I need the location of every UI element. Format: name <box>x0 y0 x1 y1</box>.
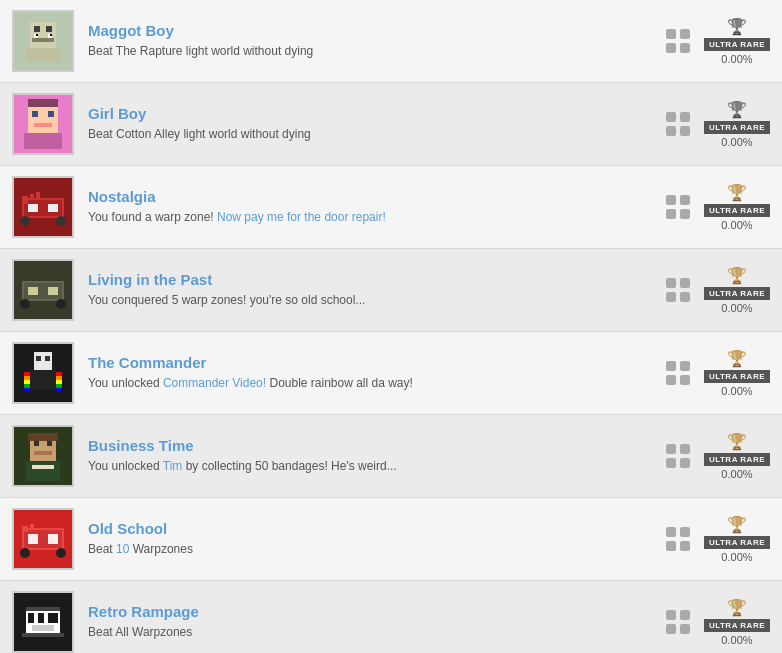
highlight-text: Commander Video! <box>163 376 266 390</box>
trophy-icon-maggot-boy: 🏆 <box>727 17 747 36</box>
dot <box>666 610 676 620</box>
achievement-right-maggot-boy: 🏆ULTRA RARE0.00% <box>666 17 770 65</box>
achievement-info-living-past: Living in the PastYou conquered 5 warp z… <box>88 271 666 309</box>
svg-rect-5 <box>26 48 60 62</box>
achievement-row-maggot-boy[interactable]: Maggot BoyBeat The Rapture light world w… <box>0 0 782 83</box>
achievement-title-nostalgia: Nostalgia <box>88 188 666 205</box>
dot <box>666 292 676 302</box>
rarity-percent-commander: 0.00% <box>721 385 752 397</box>
dots-grid-business-time <box>666 444 690 468</box>
achievement-row-girl-boy[interactable]: Girl BoyBeat Cotton Alley light world wi… <box>0 83 782 166</box>
rarity-percent-business-time: 0.00% <box>721 468 752 480</box>
achievement-icon-nostalgia <box>12 176 74 238</box>
svg-rect-25 <box>30 194 34 200</box>
achievement-row-nostalgia[interactable]: NostalgiaYou found a warp zone! Now pay … <box>0 166 782 249</box>
achievement-info-business-time: Business TimeYou unlocked Tim by collect… <box>88 437 666 475</box>
svg-rect-63 <box>56 548 66 558</box>
trophy-rarity-commander: 🏆ULTRA RARE0.00% <box>704 349 770 397</box>
achievement-desc-maggot-boy: Beat The Rapture light world without dyi… <box>88 43 666 60</box>
svg-rect-72 <box>32 625 54 631</box>
trophy-rarity-business-time: 🏆ULTRA RARE0.00% <box>704 432 770 480</box>
svg-rect-40 <box>24 376 30 380</box>
svg-rect-41 <box>24 380 30 384</box>
achievement-title-living-past: Living in the Past <box>88 271 666 288</box>
dots-grid-old-school <box>666 527 690 551</box>
trophy-rarity-maggot-boy: 🏆ULTRA RARE0.00% <box>704 17 770 65</box>
dot <box>680 29 690 39</box>
dot <box>680 610 690 620</box>
achievement-info-maggot-boy: Maggot BoyBeat The Rapture light world w… <box>88 22 666 60</box>
dot <box>680 444 690 454</box>
achievement-title-old-school: Old School <box>88 520 666 537</box>
dot <box>680 209 690 219</box>
trophy-icon-nostalgia: 🏆 <box>727 183 747 202</box>
svg-rect-53 <box>34 451 52 455</box>
svg-rect-69 <box>28 613 34 623</box>
svg-rect-56 <box>32 465 54 469</box>
highlight-text: Now pay me for the door repair! <box>217 210 386 224</box>
achievement-desc-nostalgia: You found a warp zone! Now pay me for th… <box>88 209 666 226</box>
achievement-right-retro-rampage: 🏆ULTRA RARE0.00% <box>666 598 770 646</box>
dot <box>666 209 676 219</box>
svg-rect-62 <box>20 548 30 558</box>
svg-rect-44 <box>56 372 62 376</box>
trophy-icon-business-time: 🏆 <box>727 432 747 451</box>
rarity-badge-living-past: ULTRA RARE <box>704 287 770 300</box>
achievement-row-living-past[interactable]: Living in the PastYou conquered 5 warp z… <box>0 249 782 332</box>
svg-rect-68 <box>26 607 60 611</box>
svg-rect-55 <box>26 461 60 481</box>
svg-rect-3 <box>46 26 52 32</box>
rarity-badge-business-time: ULTRA RARE <box>704 453 770 466</box>
dot <box>666 541 676 551</box>
dots-grid-maggot-boy <box>666 29 690 53</box>
rarity-percent-retro-rampage: 0.00% <box>721 634 752 646</box>
svg-rect-12 <box>32 111 38 117</box>
svg-rect-15 <box>24 133 62 149</box>
achievement-row-retro-rampage[interactable]: Retro RampageBeat All Warpzones🏆ULTRA RA… <box>0 581 782 653</box>
achievement-title-business-time: Business Time <box>88 437 666 454</box>
achievement-info-girl-boy: Girl BoyBeat Cotton Alley light world wi… <box>88 105 666 143</box>
dot <box>680 458 690 468</box>
achievement-icon-commander <box>12 342 74 404</box>
svg-rect-70 <box>38 613 44 623</box>
trophy-rarity-retro-rampage: 🏆ULTRA RARE0.00% <box>704 598 770 646</box>
achievement-title-retro-rampage: Retro Rampage <box>88 603 666 620</box>
achievement-right-business-time: 🏆ULTRA RARE0.00% <box>666 432 770 480</box>
svg-rect-51 <box>34 441 39 446</box>
achievement-row-business-time[interactable]: Business TimeYou unlocked Tim by collect… <box>0 415 782 498</box>
svg-rect-46 <box>56 380 62 384</box>
dot <box>666 527 676 537</box>
svg-rect-31 <box>48 287 58 295</box>
dot <box>680 624 690 634</box>
svg-rect-60 <box>28 534 38 544</box>
dots-grid-retro-rampage <box>666 610 690 634</box>
svg-rect-24 <box>22 196 28 204</box>
svg-rect-4 <box>32 38 54 42</box>
dot <box>680 278 690 288</box>
svg-rect-11 <box>28 103 58 133</box>
dot <box>680 361 690 371</box>
achievement-row-commander[interactable]: The CommanderYou unlocked Commander Vide… <box>0 332 782 415</box>
rarity-percent-nostalgia: 0.00% <box>721 219 752 231</box>
achievement-row-old-school[interactable]: Old SchoolBeat 10 Warpzones🏆ULTRA RARE0.… <box>0 498 782 581</box>
achievement-right-girl-boy: 🏆ULTRA RARE0.00% <box>666 100 770 148</box>
achievement-desc-old-school: Beat 10 Warpzones <box>88 541 666 558</box>
svg-rect-38 <box>30 370 56 390</box>
svg-rect-20 <box>28 204 38 212</box>
dot <box>680 375 690 385</box>
svg-rect-33 <box>56 299 66 309</box>
achievement-info-retro-rampage: Retro RampageBeat All Warpzones <box>88 603 666 641</box>
achievement-right-commander: 🏆ULTRA RARE0.00% <box>666 349 770 397</box>
trophy-rarity-living-past: 🏆ULTRA RARE0.00% <box>704 266 770 314</box>
highlight-text: Tim <box>163 459 183 473</box>
dots-grid-girl-boy <box>666 112 690 136</box>
svg-rect-9 <box>50 34 52 36</box>
dot <box>680 292 690 302</box>
svg-rect-14 <box>34 123 52 127</box>
dot <box>680 527 690 537</box>
rarity-percent-maggot-boy: 0.00% <box>721 53 752 65</box>
svg-rect-16 <box>28 99 58 107</box>
achievement-info-nostalgia: NostalgiaYou found a warp zone! Now pay … <box>88 188 666 226</box>
svg-rect-13 <box>48 111 54 117</box>
dot <box>666 112 676 122</box>
